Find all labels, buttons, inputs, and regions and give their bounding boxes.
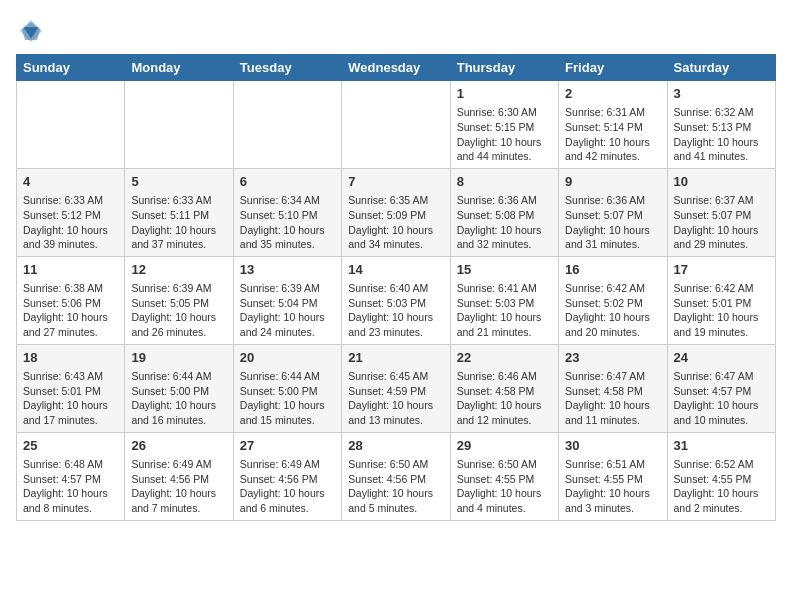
day-info: Sunset: 4:56 PM	[131, 472, 226, 487]
day-number: 29	[457, 437, 552, 455]
day-info: and 6 minutes.	[240, 501, 335, 516]
calendar-week-row: 25Sunrise: 6:48 AMSunset: 4:57 PMDayligh…	[17, 432, 776, 520]
calendar-day-cell: 3Sunrise: 6:32 AMSunset: 5:13 PMDaylight…	[667, 81, 775, 169]
day-info: and 21 minutes.	[457, 325, 552, 340]
day-info: Daylight: 10 hours	[348, 310, 443, 325]
day-info: Daylight: 10 hours	[674, 135, 769, 150]
calendar-day-cell	[233, 81, 341, 169]
day-info: Sunrise: 6:43 AM	[23, 369, 118, 384]
day-number: 26	[131, 437, 226, 455]
day-info: and 44 minutes.	[457, 149, 552, 164]
day-info: Sunset: 5:06 PM	[23, 296, 118, 311]
day-info: Daylight: 10 hours	[565, 398, 660, 413]
day-info: Daylight: 10 hours	[23, 223, 118, 238]
day-info: Sunrise: 6:39 AM	[240, 281, 335, 296]
day-info: Sunset: 5:14 PM	[565, 120, 660, 135]
day-info: and 32 minutes.	[457, 237, 552, 252]
day-info: Daylight: 10 hours	[23, 398, 118, 413]
day-info: Daylight: 10 hours	[348, 486, 443, 501]
calendar-day-cell	[342, 81, 450, 169]
day-info: Sunrise: 6:51 AM	[565, 457, 660, 472]
day-info: Daylight: 10 hours	[565, 486, 660, 501]
day-info: and 4 minutes.	[457, 501, 552, 516]
day-number: 3	[674, 85, 769, 103]
day-info: and 42 minutes.	[565, 149, 660, 164]
day-info: Sunset: 4:58 PM	[565, 384, 660, 399]
day-number: 27	[240, 437, 335, 455]
day-info: Daylight: 10 hours	[131, 486, 226, 501]
day-info: Sunrise: 6:38 AM	[23, 281, 118, 296]
calendar-day-cell: 6Sunrise: 6:34 AMSunset: 5:10 PMDaylight…	[233, 168, 341, 256]
day-info: Sunrise: 6:30 AM	[457, 105, 552, 120]
day-info: Daylight: 10 hours	[457, 223, 552, 238]
calendar-day-cell: 30Sunrise: 6:51 AMSunset: 4:55 PMDayligh…	[559, 432, 667, 520]
calendar-day-cell	[125, 81, 233, 169]
day-info: Daylight: 10 hours	[457, 486, 552, 501]
day-info: and 34 minutes.	[348, 237, 443, 252]
day-info: and 31 minutes.	[565, 237, 660, 252]
day-number: 30	[565, 437, 660, 455]
day-info: and 13 minutes.	[348, 413, 443, 428]
calendar-day-cell: 19Sunrise: 6:44 AMSunset: 5:00 PMDayligh…	[125, 344, 233, 432]
day-number: 6	[240, 173, 335, 191]
day-info: Sunset: 4:56 PM	[348, 472, 443, 487]
calendar-day-cell: 11Sunrise: 6:38 AMSunset: 5:06 PMDayligh…	[17, 256, 125, 344]
day-info: and 16 minutes.	[131, 413, 226, 428]
calendar-day-cell: 2Sunrise: 6:31 AMSunset: 5:14 PMDaylight…	[559, 81, 667, 169]
day-info: Sunrise: 6:36 AM	[457, 193, 552, 208]
day-info: and 39 minutes.	[23, 237, 118, 252]
day-info: and 23 minutes.	[348, 325, 443, 340]
calendar-day-header: Wednesday	[342, 55, 450, 81]
day-info: Sunset: 5:08 PM	[457, 208, 552, 223]
day-info: Sunset: 5:00 PM	[240, 384, 335, 399]
day-info: Sunrise: 6:47 AM	[565, 369, 660, 384]
day-info: and 15 minutes.	[240, 413, 335, 428]
day-info: Sunset: 5:07 PM	[674, 208, 769, 223]
day-info: Sunrise: 6:46 AM	[457, 369, 552, 384]
day-info: and 2 minutes.	[674, 501, 769, 516]
calendar-table: SundayMondayTuesdayWednesdayThursdayFrid…	[16, 54, 776, 521]
day-info: and 27 minutes.	[23, 325, 118, 340]
day-info: and 19 minutes.	[674, 325, 769, 340]
day-info: Sunrise: 6:42 AM	[674, 281, 769, 296]
day-info: and 41 minutes.	[674, 149, 769, 164]
calendar-day-cell: 18Sunrise: 6:43 AMSunset: 5:01 PMDayligh…	[17, 344, 125, 432]
calendar-header: SundayMondayTuesdayWednesdayThursdayFrid…	[17, 55, 776, 81]
day-number: 16	[565, 261, 660, 279]
day-info: Sunrise: 6:44 AM	[131, 369, 226, 384]
day-number: 20	[240, 349, 335, 367]
day-info: Daylight: 10 hours	[674, 223, 769, 238]
day-info: Sunrise: 6:40 AM	[348, 281, 443, 296]
logo-icon	[16, 16, 46, 46]
calendar-day-cell: 27Sunrise: 6:49 AMSunset: 4:56 PMDayligh…	[233, 432, 341, 520]
calendar-week-row: 4Sunrise: 6:33 AMSunset: 5:12 PMDaylight…	[17, 168, 776, 256]
calendar-day-cell: 25Sunrise: 6:48 AMSunset: 4:57 PMDayligh…	[17, 432, 125, 520]
day-number: 17	[674, 261, 769, 279]
calendar-day-cell: 9Sunrise: 6:36 AMSunset: 5:07 PMDaylight…	[559, 168, 667, 256]
calendar-day-header: Thursday	[450, 55, 558, 81]
day-info: Daylight: 10 hours	[240, 223, 335, 238]
day-number: 28	[348, 437, 443, 455]
day-info: Daylight: 10 hours	[23, 486, 118, 501]
logo	[16, 16, 50, 46]
day-info: and 3 minutes.	[565, 501, 660, 516]
day-info: and 5 minutes.	[348, 501, 443, 516]
day-info: Sunset: 4:56 PM	[240, 472, 335, 487]
calendar-day-cell: 29Sunrise: 6:50 AMSunset: 4:55 PMDayligh…	[450, 432, 558, 520]
day-info: Daylight: 10 hours	[457, 135, 552, 150]
day-info: Sunrise: 6:32 AM	[674, 105, 769, 120]
day-info: and 26 minutes.	[131, 325, 226, 340]
day-info: and 8 minutes.	[23, 501, 118, 516]
day-info: Daylight: 10 hours	[348, 398, 443, 413]
day-number: 14	[348, 261, 443, 279]
day-number: 23	[565, 349, 660, 367]
calendar-day-header: Friday	[559, 55, 667, 81]
day-info: Sunrise: 6:50 AM	[457, 457, 552, 472]
calendar-week-row: 18Sunrise: 6:43 AMSunset: 5:01 PMDayligh…	[17, 344, 776, 432]
day-info: and 24 minutes.	[240, 325, 335, 340]
calendar-day-cell: 22Sunrise: 6:46 AMSunset: 4:58 PMDayligh…	[450, 344, 558, 432]
day-info: Sunrise: 6:42 AM	[565, 281, 660, 296]
day-number: 22	[457, 349, 552, 367]
day-number: 4	[23, 173, 118, 191]
calendar-day-cell: 20Sunrise: 6:44 AMSunset: 5:00 PMDayligh…	[233, 344, 341, 432]
